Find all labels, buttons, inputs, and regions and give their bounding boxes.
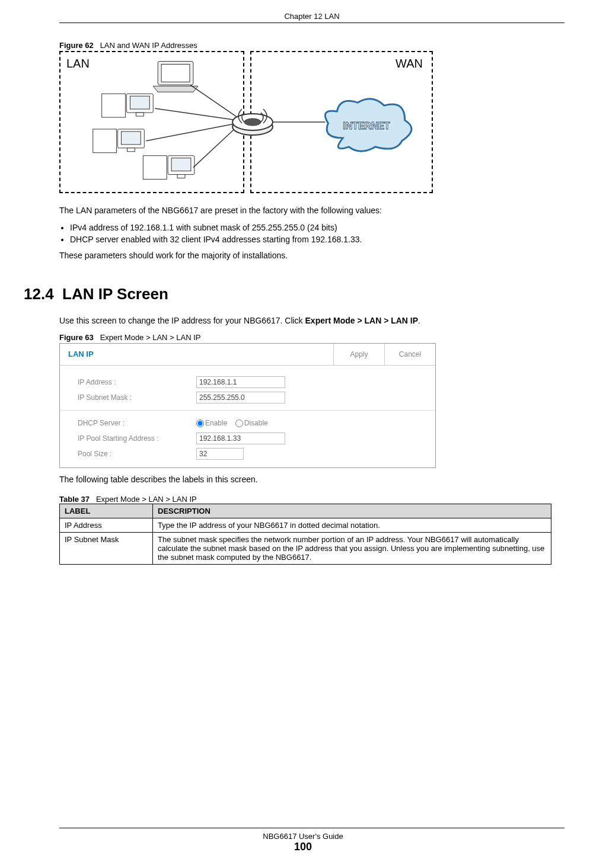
- lan-box: LAN: [59, 51, 244, 193]
- svg-point-22: [244, 118, 261, 126]
- svg-rect-1: [161, 64, 190, 82]
- th-desc: DESCRIPTION: [153, 504, 551, 518]
- ip-subnet-label: IP Subnet Mask :: [78, 393, 196, 402]
- cancel-button[interactable]: Cancel: [384, 344, 435, 365]
- figure-63-caption: Figure 63 Expert Mode > LAN > LAN IP: [59, 333, 564, 342]
- svg-rect-8: [121, 132, 141, 145]
- svg-rect-4: [130, 96, 149, 109]
- section-intro-pre: Use this screen to change the IP address…: [59, 316, 305, 325]
- lan-ip-screenshot: LAN IP Apply Cancel IP Address : IP Subn…: [59, 343, 436, 468]
- svg-line-16: [146, 123, 237, 141]
- section-intro: Use this screen to change the IP address…: [59, 315, 564, 327]
- svg-rect-9: [127, 148, 135, 152]
- svg-line-14: [190, 85, 238, 117]
- table-37: LABEL DESCRIPTION IP Address Type the IP…: [59, 504, 551, 565]
- page-number: 100: [0, 841, 606, 853]
- svg-rect-12: [171, 158, 191, 171]
- cell-desc: Type the IP address of your NBG6617 in d…: [153, 518, 551, 533]
- figure-62-label: Figure 62: [59, 41, 94, 50]
- svg-rect-2: [102, 94, 126, 117]
- pool-size-label: Pool Size :: [78, 450, 196, 458]
- section-number: 12.4: [24, 285, 54, 303]
- wan-label: WAN: [396, 57, 423, 71]
- svg-rect-13: [177, 175, 185, 178]
- ip-subnet-input[interactable]: [196, 392, 285, 403]
- panel-title: LAN IP: [60, 350, 333, 358]
- svg-rect-6: [93, 129, 117, 153]
- header-rule: [59, 23, 564, 23]
- section-heading: 12.4 LAN IP Screen: [24, 285, 564, 303]
- table-row: IP Address Type the IP address of your N…: [60, 518, 551, 533]
- chapter-header: Chapter 12 LAN: [59, 12, 564, 21]
- pool-start-input[interactable]: [196, 433, 285, 444]
- figure-63-label: Figure 63: [59, 333, 94, 342]
- ip-address-input[interactable]: [196, 376, 285, 388]
- footer-rule: [59, 828, 564, 828]
- dhcp-enable-radio[interactable]: [196, 419, 204, 427]
- figure-63-text: Expert Mode > LAN > LAN IP: [100, 333, 201, 342]
- lan-preset-intro: The LAN parameters of the NBG6617 are pr…: [59, 205, 564, 217]
- table-37-caption: Table 37 Expert Mode > LAN > LAN IP: [59, 495, 564, 504]
- apply-button[interactable]: Apply: [333, 344, 384, 365]
- svg-rect-5: [136, 113, 143, 116]
- wan-box: WAN INTERNET: [250, 51, 433, 193]
- figure-62-caption: Figure 62 LAN and WAN IP Addresses: [59, 41, 564, 50]
- th-label: LABEL: [60, 504, 153, 518]
- figure-62-diagram: LAN: [59, 51, 564, 193]
- lan-preset-list: IPv4 address of 192.168.1.1 with subnet …: [59, 223, 564, 244]
- footer-guide: NBG6617 User's Guide: [0, 832, 606, 841]
- router-icon: [231, 104, 274, 137]
- cell-desc: The subnet mask specifies the network nu…: [153, 533, 551, 565]
- svg-rect-10: [143, 156, 167, 180]
- table-37-text: Expert Mode > LAN > LAN IP: [96, 495, 197, 504]
- dhcp-enable-label: Enable: [205, 419, 227, 427]
- svg-text:INTERNET: INTERNET: [343, 121, 391, 131]
- table-intro: The following table describes the labels…: [59, 474, 564, 486]
- lan-label: LAN: [66, 57, 90, 71]
- svg-line-15: [155, 108, 237, 120]
- section-title: LAN IP Screen: [62, 285, 168, 303]
- figure-62-text: LAN and WAN IP Addresses: [100, 41, 197, 50]
- bullet-dhcp: DHCP server enabled with 32 client IPv4 …: [70, 235, 564, 244]
- table-row: IP Subnet Mask The subnet mask specifies…: [60, 533, 551, 565]
- cell-label: IP Subnet Mask: [60, 533, 153, 565]
- lan-preset-note: These parameters should work for the maj…: [59, 250, 564, 262]
- screenshot-divider: [60, 410, 435, 411]
- cell-label: IP Address: [60, 518, 153, 533]
- dhcp-disable-label: Disable: [244, 419, 268, 427]
- table-37-label: Table 37: [59, 495, 90, 504]
- pool-size-input[interactable]: [196, 448, 244, 460]
- ip-address-label: IP Address :: [78, 378, 196, 386]
- section-intro-bold: Expert Mode > LAN > LAN IP: [305, 316, 419, 325]
- pool-start-label: IP Pool Starting Address :: [78, 434, 196, 443]
- dhcp-disable-radio[interactable]: [235, 419, 243, 427]
- page-footer: NBG6617 User's Guide 100: [0, 828, 606, 853]
- bullet-ipv4: IPv4 address of 192.168.1.1 with subnet …: [70, 223, 564, 232]
- dhcp-label: DHCP Server :: [78, 419, 196, 427]
- section-intro-post: .: [418, 316, 420, 325]
